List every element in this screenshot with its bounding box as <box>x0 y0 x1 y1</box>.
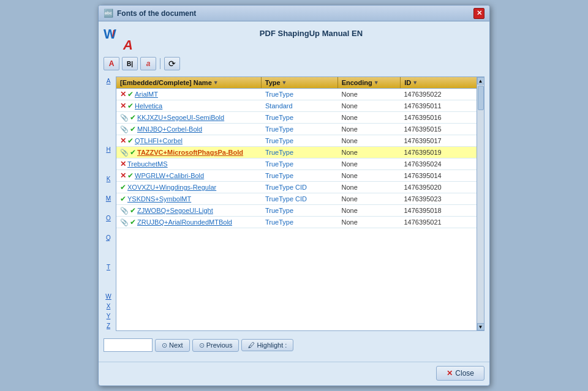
table-row-highlighted[interactable]: 📎 ✔ TAZZVC+MicrosoftPhagsPa-Bold TrueTyp… <box>116 147 477 158</box>
highlight-button[interactable]: 🖊 Highlight : <box>241 339 293 351</box>
check-icon: ✔ <box>127 90 134 99</box>
row-name: ✕ ✔ ArialMT <box>116 89 262 100</box>
alpha-l: L <box>104 184 113 194</box>
alpha-m[interactable]: M <box>104 194 113 204</box>
row-name: 📎 ✔ KKJXZU+SegoeUI-SemiBold <box>116 112 262 123</box>
check-icon: ✔ <box>130 218 136 226</box>
check-icon: ✔ <box>127 171 134 180</box>
alpha-u: U <box>104 272 113 282</box>
highlight-icon: 🖊 <box>248 341 255 349</box>
title-bar: 🔤 Fonts of the document ✕ <box>99 6 489 21</box>
row-name: ✔ XOVXZU+Wingdings-Regular <box>116 182 262 193</box>
check-icon: ✔ <box>120 195 126 203</box>
close-button[interactable]: ✕ Close <box>436 366 484 381</box>
row-name: ✕ ✔ WPGRLW+Calibri-Bold <box>116 170 262 181</box>
row-encoding: None <box>338 124 401 134</box>
table-row[interactable]: ✕ ✔ Helvetica Standard None 1476395011 <box>116 100 477 112</box>
row-encoding: None <box>338 217 401 227</box>
row-type: Standard <box>262 101 338 111</box>
row-id: 1476395022 <box>401 89 477 99</box>
next-icon: ⊙ <box>162 341 167 349</box>
row-encoding: None <box>338 206 401 215</box>
search-input[interactable] <box>104 338 153 352</box>
row-encoding: None <box>338 101 401 111</box>
row-name: ✔ YSKDNS+SymbolMT <box>116 193 262 204</box>
row-encoding: None <box>338 113 401 122</box>
alpha-o[interactable]: O <box>104 214 113 223</box>
alpha-f: F <box>104 125 113 135</box>
document-title: PDF ShapingUp Manual EN <box>138 29 484 38</box>
alpha-p: P <box>104 223 113 233</box>
table-row[interactable]: ✔ XOVXZU+Wingdings-Regular TrueType CID … <box>116 182 477 193</box>
row-type: TrueType <box>262 136 338 146</box>
filter-encoding-icon[interactable]: ▼ <box>374 80 379 86</box>
x-icon: ✕ <box>120 171 126 180</box>
alpha-y[interactable]: Y <box>104 311 113 321</box>
check-icon: ✔ <box>130 125 136 133</box>
pdf-icon-button[interactable]: A <box>104 57 119 70</box>
check-icon: ✔ <box>130 113 136 122</box>
row-id: 1476395023 <box>401 194 477 204</box>
scrollbar[interactable]: ▲ ▼ <box>477 77 484 330</box>
main-area: A B C D E F G H I J K L M N O P Q R S T <box>104 76 484 331</box>
alpha-q[interactable]: Q <box>104 233 113 243</box>
table-row[interactable]: 📎 ✔ KKJXZU+SegoeUI-SemiBold TrueType Non… <box>116 112 477 124</box>
toolbar-separator <box>160 58 160 69</box>
alpha-n: N <box>104 204 113 214</box>
row-id: 1476395024 <box>401 159 477 169</box>
x-icon: ✕ <box>120 136 126 145</box>
row-type: TrueType <box>262 113 338 122</box>
row-type: TrueType <box>262 147 338 157</box>
alpha-j: J <box>104 165 113 174</box>
table-row[interactable]: ✕ ✔ QTLHFI+Corbel TrueType None 14763950… <box>116 135 477 147</box>
row-id: 1476395016 <box>401 113 477 122</box>
font-table-button[interactable]: B| <box>122 57 138 70</box>
alpha-k[interactable]: K <box>104 174 113 184</box>
window-icon: 🔤 <box>104 9 113 18</box>
alpha-h[interactable]: H <box>104 145 113 155</box>
table-row[interactable]: ✕ TrebuchetMS TrueType None 1476395024 <box>116 158 477 170</box>
filter-name-icon[interactable]: ▼ <box>213 80 219 86</box>
row-encoding: None <box>338 171 401 181</box>
header-type: Type ▼ <box>262 77 338 88</box>
window-close-button[interactable]: ✕ <box>473 8 484 19</box>
header-id: ID ▼ <box>401 77 477 88</box>
x-icon: ✕ <box>120 90 126 99</box>
table-row[interactable]: ✔ YSKDNS+SymbolMT TrueType CID None 1476… <box>116 193 477 205</box>
row-name: ✕ ✔ Helvetica <box>116 100 262 111</box>
table-row[interactable]: 📎 ✔ ZJWOBQ+SegoeUI-Light TrueType None 1… <box>116 205 477 217</box>
row-id: 1476395015 <box>401 124 477 134</box>
alpha-sidebar: A B C D E F G H I J K L M N O P Q R S T <box>104 76 113 331</box>
table-row[interactable]: 📎 ✔ ZRUJBQ+ArialRoundedMTBold TrueType N… <box>116 217 477 228</box>
filter-id-icon[interactable]: ▼ <box>412 80 418 86</box>
alpha-z[interactable]: Z <box>104 321 113 331</box>
refresh-button[interactable]: ⟳ <box>164 57 180 70</box>
table-row[interactable]: ✕ ✔ WPGRLW+Calibri-Bold TrueType None 14… <box>116 170 477 182</box>
title-bar-left: 🔤 Fonts of the document <box>104 9 196 18</box>
row-type: TrueType <box>262 217 338 227</box>
alpha-w[interactable]: W <box>104 292 113 302</box>
alpha-a[interactable]: A <box>104 76 113 86</box>
alpha-x[interactable]: X <box>104 302 113 311</box>
row-encoding: None <box>338 182 401 192</box>
window-body: W / A PDF ShapingUp Manual EN A B| a ⟳ A… <box>99 21 489 359</box>
alpha-e: E <box>104 116 113 125</box>
alpha-i: I <box>104 155 113 165</box>
italic-button[interactable]: a <box>140 57 156 70</box>
row-id: 1476395018 <box>401 206 477 215</box>
row-encoding: None <box>338 89 401 99</box>
scroll-thumb[interactable] <box>478 86 484 110</box>
row-encoding: None <box>338 159 401 169</box>
scroll-up-button[interactable]: ▲ <box>477 77 484 84</box>
row-name: 📎 ✔ TAZZVC+MicrosoftPhagsPa-Bold <box>116 147 262 158</box>
logo: W / A <box>104 26 133 53</box>
table-row[interactable]: 📎 ✔ MNIJBQ+Corbel-Bold TrueType None 147… <box>116 124 477 135</box>
row-type: TrueType <box>262 89 338 99</box>
table-row[interactable]: ✕ ✔ ArialMT TrueType None 1476395022 <box>116 89 477 100</box>
next-button[interactable]: ⊙ Next <box>155 339 190 352</box>
scroll-down-button[interactable]: ▼ <box>477 323 484 330</box>
filter-type-icon[interactable]: ▼ <box>282 80 287 86</box>
previous-button[interactable]: ⊙ Previous <box>192 339 239 352</box>
row-name: 📎 ✔ ZJWOBQ+SegoeUI-Light <box>116 205 262 216</box>
alpha-t[interactable]: T <box>104 263 113 272</box>
